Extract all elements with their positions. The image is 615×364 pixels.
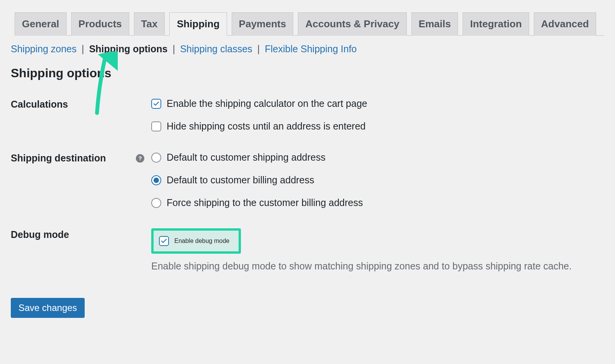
label-enable-debug: Enable debug mode — [174, 238, 229, 244]
label-hide-costs: Hide shipping costs until an address is … — [167, 121, 366, 132]
tab-shipping[interactable]: Shipping — [169, 12, 227, 36]
tab-products[interactable]: Products — [71, 12, 129, 36]
settings-tabs: General Products Tax Shipping Payments A… — [15, 0, 604, 36]
checkbox-hide-costs[interactable] — [151, 121, 161, 131]
subnav-shipping-zones[interactable]: Shipping zones — [11, 43, 77, 54]
subnav-shipping-classes[interactable]: Shipping classes — [180, 43, 252, 54]
tab-accounts-privacy[interactable]: Accounts & Privacy — [298, 12, 406, 36]
tab-advanced[interactable]: Advanced — [534, 12, 596, 36]
label-debug-mode: Debug mode — [11, 228, 151, 240]
label-enable-calculator: Enable the shipping calculator on the ca… — [167, 98, 367, 109]
tab-payments[interactable]: Payments — [232, 12, 294, 36]
check-icon — [153, 100, 160, 107]
subnav-shipping-options[interactable]: Shipping options — [89, 43, 167, 54]
tab-emails[interactable]: Emails — [411, 12, 458, 36]
label-default-shipping-address: Default to customer shipping address — [167, 152, 326, 163]
row-debug-mode: Debug mode Enable debug mode Enable ship… — [11, 228, 604, 272]
debug-highlight-annotation: Enable debug mode — [151, 228, 241, 254]
tab-integration[interactable]: Integration — [463, 12, 529, 36]
label-calculations: Calculations — [11, 98, 151, 110]
radio-force-billing-address[interactable] — [151, 198, 161, 208]
help-icon[interactable]: ? — [136, 154, 144, 163]
subnav-flexible-shipping-info[interactable]: Flexible Shipping Info — [265, 43, 357, 54]
tab-tax[interactable]: Tax — [134, 12, 165, 36]
subnav-separator: | — [172, 43, 175, 54]
label-default-billing-address: Default to customer billing address — [167, 175, 314, 186]
row-calculations: Calculations Enable the shipping calcula… — [11, 98, 604, 132]
checkbox-enable-calculator[interactable] — [151, 99, 161, 109]
shipping-subnav: Shipping zones | Shipping options | Ship… — [11, 43, 604, 55]
tab-general[interactable]: General — [15, 12, 67, 36]
row-shipping-destination: Shipping destination ? Default to custom… — [11, 152, 604, 208]
subnav-separator: | — [82, 43, 84, 54]
save-changes-button[interactable]: Save changes — [11, 298, 85, 318]
radio-default-shipping-address[interactable] — [151, 153, 161, 163]
radio-default-billing-address[interactable] — [151, 175, 161, 185]
debug-description: Enable shipping debug mode to show match… — [151, 261, 604, 272]
label-shipping-destination: Shipping destination — [11, 153, 106, 164]
check-icon — [160, 238, 167, 244]
page-title: Shipping options — [11, 66, 604, 80]
label-force-billing-address: Force shipping to the customer billing a… — [167, 197, 363, 208]
subnav-separator: | — [257, 43, 260, 54]
checkbox-enable-debug[interactable] — [159, 236, 169, 246]
